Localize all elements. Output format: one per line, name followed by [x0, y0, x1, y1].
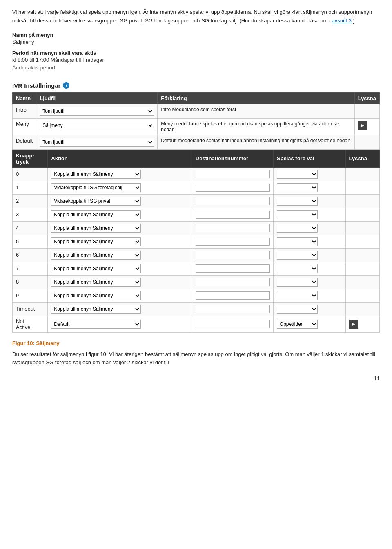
action-cell-lyssna	[345, 248, 379, 262]
ivr-cell-lyssna[interactable]	[354, 118, 379, 135]
action-select-spelas[interactable]	[277, 278, 318, 287]
action-cell-spelas[interactable]	[273, 221, 345, 235]
action-input-dest[interactable]	[196, 320, 270, 328]
action-cell-lyssna[interactable]	[345, 316, 379, 332]
action-cell-aktion[interactable]: Koppla till menyn Säljmeny	[48, 248, 192, 262]
ivr-cell-ljudfil[interactable]: Tom ljudfil	[36, 104, 158, 118]
action-select-aktion[interactable]: Koppla till menyn Säljmeny	[51, 251, 141, 260]
action-select-aktion[interactable]: Koppla till menyn Säljmeny	[51, 278, 141, 287]
action-cell-aktion[interactable]: Default	[48, 316, 192, 332]
action-select-spelas[interactable]	[277, 183, 318, 192]
action-cell-aktion[interactable]: Koppla till menyn Säljmeny	[48, 167, 192, 181]
action-select-aktion[interactable]: Koppla till menyn Säljmeny	[51, 210, 141, 219]
action-cell-spelas[interactable]	[273, 181, 345, 194]
action-cell-aktion[interactable]: Koppla till menyn Säljmeny	[48, 262, 192, 275]
play-button[interactable]	[358, 121, 367, 130]
ivr-cell-forklaring: Intro Meddelande som spelas först	[158, 104, 354, 118]
action-select-spelas[interactable]	[277, 210, 318, 219]
action-cell-lyssna	[345, 181, 379, 194]
period-link[interactable]: Ändra aktiv period	[12, 65, 55, 71]
ivr-cell-ljudfil[interactable]: Tom ljudfil	[36, 135, 158, 149]
action-row: 3Koppla till menyn Säljmeny	[13, 208, 380, 221]
action-input-dest[interactable]	[196, 224, 270, 232]
action-cell-dest[interactable]	[192, 262, 273, 275]
action-select-spelas[interactable]	[277, 170, 318, 179]
action-cell-spelas[interactable]	[273, 262, 345, 275]
action-cell-aktion[interactable]: Vidarekoppla till SG privat	[48, 194, 192, 208]
action-cell-spelas[interactable]	[273, 208, 345, 221]
action-select-spelas[interactable]	[277, 305, 318, 314]
action-cell-dest[interactable]	[192, 275, 273, 289]
play-button[interactable]	[349, 320, 358, 329]
action-select-aktion[interactable]: Vidarekoppla till SG företag sälj	[51, 183, 141, 192]
action-input-dest[interactable]	[196, 278, 270, 286]
action-cell-spelas[interactable]	[273, 275, 345, 289]
action-cell-spelas[interactable]: Öppettider	[273, 316, 345, 332]
action-select-aktion[interactable]: Default	[51, 320, 141, 329]
action-cell-spelas[interactable]	[273, 194, 345, 208]
action-col-aktion: Aktion	[48, 150, 192, 167]
action-cell-spelas[interactable]	[273, 289, 345, 302]
menu-name-value: Säljmeny	[12, 39, 380, 45]
action-row: 1Vidarekoppla till SG företag sälj	[13, 181, 380, 194]
action-input-dest[interactable]	[196, 291, 270, 300]
action-input-dest[interactable]	[196, 264, 270, 273]
ivr-row: MenySäljmenyMeny meddelande spelas efter…	[13, 118, 380, 135]
action-cell-spelas[interactable]	[273, 248, 345, 262]
action-input-dest[interactable]	[196, 238, 270, 246]
action-select-aktion[interactable]: Koppla till menyn Säljmeny	[51, 291, 141, 300]
action-cell-dest[interactable]	[192, 221, 273, 235]
action-select-aktion[interactable]: Koppla till menyn Säljmeny	[51, 224, 141, 233]
action-cell-aktion[interactable]: Koppla till menyn Säljmeny	[48, 275, 192, 289]
action-select-spelas[interactable]	[277, 264, 318, 273]
action-col-spelas: Spelas före val	[273, 150, 345, 167]
action-select-aktion[interactable]: Koppla till menyn Säljmeny	[51, 170, 141, 179]
action-select-spelas[interactable]	[277, 251, 318, 260]
menu-name-label: Namn på menyn	[12, 32, 380, 38]
action-cell-aktion[interactable]: Koppla till menyn Säljmeny	[48, 289, 192, 302]
action-cell-dest[interactable]	[192, 316, 273, 332]
action-select-spelas[interactable]: Öppettider	[277, 320, 318, 329]
action-input-dest[interactable]	[196, 251, 270, 259]
action-input-dest[interactable]	[196, 170, 270, 178]
action-col-dest: Destinationsnummer	[192, 150, 273, 167]
ivr-select-ljudfil[interactable]: Säljmeny	[40, 121, 154, 130]
action-select-aktion[interactable]: Vidarekoppla till SG privat	[51, 197, 141, 206]
action-select-spelas[interactable]	[277, 291, 318, 300]
action-cell-aktion[interactable]: Koppla till menyn Säljmeny	[48, 235, 192, 248]
figure-caption: Figur 10: Säljmeny	[12, 340, 380, 346]
ivr-title: IVR Inställningar	[12, 82, 60, 89]
action-cell-aktion[interactable]: Koppla till menyn Säljmeny	[48, 208, 192, 221]
action-select-spelas[interactable]	[277, 224, 318, 233]
action-cell-dest[interactable]	[192, 302, 273, 316]
action-cell-aktion[interactable]: Vidarekoppla till SG företag sälj	[48, 181, 192, 194]
action-cell-dest[interactable]	[192, 248, 273, 262]
action-cell-spelas[interactable]	[273, 235, 345, 248]
action-cell-aktion[interactable]: Koppla till menyn Säljmeny	[48, 302, 192, 316]
action-input-dest[interactable]	[196, 184, 270, 192]
action-select-aktion[interactable]: Koppla till menyn Säljmeny	[51, 237, 141, 246]
action-cell-spelas[interactable]	[273, 167, 345, 181]
action-select-spelas[interactable]	[277, 237, 318, 246]
action-cell-spelas[interactable]	[273, 302, 345, 316]
action-cell-dest[interactable]	[192, 181, 273, 194]
ivr-cell-ljudfil[interactable]: Säljmeny	[36, 118, 158, 135]
info-icon[interactable]: i	[63, 82, 69, 89]
action-cell-knapp: 2	[13, 194, 48, 208]
action-select-spelas[interactable]	[277, 197, 318, 206]
action-input-dest[interactable]	[196, 305, 270, 313]
action-input-dest[interactable]	[196, 211, 270, 219]
action-cell-dest[interactable]	[192, 167, 273, 181]
action-select-aktion[interactable]: Koppla till menyn Säljmeny	[51, 264, 141, 273]
action-cell-dest[interactable]	[192, 235, 273, 248]
action-cell-aktion[interactable]: Koppla till menyn Säljmeny	[48, 221, 192, 235]
action-cell-dest[interactable]	[192, 289, 273, 302]
action-cell-dest[interactable]	[192, 208, 273, 221]
action-select-aktion[interactable]: Koppla till menyn Säljmeny	[51, 305, 141, 314]
action-cell-knapp: 9	[13, 289, 48, 302]
action-cell-dest[interactable]	[192, 194, 273, 208]
avsnitt3-link[interactable]: avsnitt 3	[332, 18, 352, 24]
ivr-select-ljudfil[interactable]: Tom ljudfil	[40, 107, 154, 116]
ivr-select-ljudfil[interactable]: Tom ljudfil	[40, 138, 154, 147]
action-input-dest[interactable]	[196, 197, 270, 205]
